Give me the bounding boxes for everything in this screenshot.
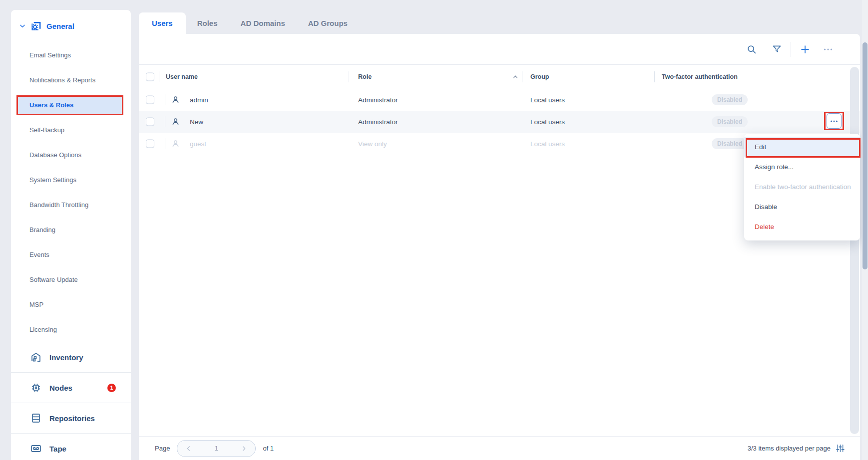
page-scrollbar-thumb[interactable]	[863, 42, 868, 269]
tape-icon	[30, 443, 42, 455]
menu-item-enable-two-factor: Enable two-factor authentication	[744, 177, 860, 197]
next-page-button[interactable]	[239, 444, 249, 454]
search-icon	[746, 44, 757, 55]
sidebar: General Email Settings Notifications & R…	[11, 10, 131, 460]
users-panel: User name Role Group Two-factor authenti…	[139, 34, 860, 460]
sidebar-item-msp[interactable]: MSP	[11, 292, 131, 317]
table-toolbar	[139, 34, 860, 65]
table-row-new[interactable]: New Administrator Local users Disabled	[139, 111, 860, 133]
general-settings-icon	[30, 20, 42, 32]
page-selector: 1	[177, 440, 256, 457]
nodes-icon	[30, 382, 42, 394]
sidebar-menu: Email Settings Notifications & Reports U…	[11, 42, 131, 342]
sidebar-section-inventory[interactable]: Inventory	[11, 342, 131, 372]
two-factor-status-badge: Disabled	[712, 94, 748, 105]
table-header: User name Role Group Two-factor authenti…	[139, 65, 860, 89]
sidebar-group-general[interactable]: General	[11, 15, 131, 37]
user-icon	[171, 117, 180, 127]
row-checkbox[interactable]	[146, 118, 154, 126]
tab-ad-domains[interactable]: AD Domains	[229, 12, 297, 34]
sidebar-section-tape[interactable]: Tape	[11, 433, 131, 460]
page-total-label: of 1	[263, 445, 274, 452]
sort-ascending-icon[interactable]	[511, 73, 519, 81]
table-scrollbar-track[interactable]	[850, 67, 859, 434]
toolbar-divider	[791, 42, 791, 57]
cell-role: Administrator	[358, 96, 398, 104]
page-label: Page	[155, 445, 170, 452]
tab-roles[interactable]: Roles	[186, 12, 229, 34]
cell-user-name: guest	[190, 140, 206, 148]
two-factor-status-badge: Disabled	[712, 116, 748, 127]
add-user-button[interactable]	[796, 40, 814, 58]
sidebar-item-licensing[interactable]: Licensing	[11, 317, 131, 342]
row-context-menu: Edit Assign role... Enable two-factor au…	[744, 134, 860, 240]
cell-group: Local users	[530, 140, 565, 148]
row-actions-button[interactable]	[827, 113, 842, 129]
sidebar-section-repositories[interactable]: Repositories	[11, 403, 131, 433]
sidebar-item-events[interactable]: Events	[11, 242, 131, 267]
tab-ad-groups[interactable]: AD Groups	[297, 12, 359, 34]
menu-item-delete[interactable]: Delete	[744, 217, 860, 236]
two-factor-status-badge: Disabled	[712, 138, 748, 149]
repositories-icon	[30, 412, 42, 424]
sidebar-item-self-backup[interactable]: Self-Backup	[11, 117, 131, 142]
user-icon	[171, 95, 180, 105]
user-icon	[171, 139, 180, 149]
column-header-role[interactable]: Role	[358, 73, 372, 80]
filter-icon	[772, 44, 782, 54]
app-viewport: General Email Settings Notifications & R…	[0, 0, 868, 460]
menu-item-disable[interactable]: Disable	[744, 197, 860, 217]
sidebar-item-branding[interactable]: Branding	[11, 217, 131, 242]
cell-group: Local users	[530, 96, 565, 104]
nodes-count-badge: 1	[107, 384, 116, 392]
sidebar-section-nodes[interactable]: Nodes 1	[11, 372, 131, 403]
row-checkbox[interactable]	[146, 140, 154, 148]
cell-user-name: New	[190, 118, 203, 126]
previous-page-button[interactable]	[184, 444, 194, 454]
sidebar-item-system-settings[interactable]: System Settings	[11, 167, 131, 192]
table-footer: Page 1 of 1 3/3 items displayed per page	[139, 436, 860, 460]
chevron-down-icon	[19, 22, 26, 29]
column-header-user-name[interactable]: User name	[166, 73, 198, 80]
toolbar-more-button[interactable]	[819, 40, 837, 58]
items-summary: 3/3 items displayed per page	[748, 445, 831, 452]
cell-user-name: admin	[190, 96, 208, 104]
page-size-icon[interactable]	[836, 444, 845, 453]
menu-item-edit[interactable]: Edit	[744, 137, 860, 157]
select-all-checkbox[interactable]	[146, 73, 154, 81]
sidebar-item-email-settings[interactable]: Email Settings	[11, 42, 131, 67]
menu-item-assign-role[interactable]: Assign role...	[744, 157, 860, 177]
tab-bar: Users Roles AD Domains AD Groups	[139, 12, 359, 34]
column-header-group[interactable]: Group	[530, 73, 549, 80]
chevron-right-icon	[240, 445, 248, 453]
search-button[interactable]	[743, 40, 761, 58]
chevron-left-icon	[185, 445, 193, 453]
current-page-value[interactable]: 1	[215, 445, 218, 452]
more-icon	[823, 44, 834, 55]
ellipsis-icon	[829, 116, 839, 126]
cell-group: Local users	[530, 118, 565, 126]
row-checkbox[interactable]	[146, 96, 154, 104]
add-icon	[800, 44, 811, 55]
page-scrollbar-track[interactable]	[862, 0, 868, 460]
sidebar-item-bandwidth-throttling[interactable]: Bandwidth Throttling	[11, 192, 131, 217]
sidebar-item-software-update[interactable]: Software Update	[11, 267, 131, 292]
column-header-two-factor[interactable]: Two-factor authentication	[662, 73, 738, 80]
sidebar-group-label: General	[46, 22, 74, 30]
cell-role: View only	[358, 140, 387, 148]
filter-button[interactable]	[768, 40, 786, 58]
sidebar-item-users-roles[interactable]: Users & Roles	[11, 92, 131, 117]
tab-users[interactable]: Users	[139, 12, 186, 34]
cell-role: Administrator	[358, 118, 398, 126]
table-row-admin[interactable]: admin Administrator Local users Disabled	[139, 89, 860, 111]
sidebar-item-database-options[interactable]: Database Options	[11, 142, 131, 167]
inventory-icon	[30, 351, 42, 363]
sidebar-item-notifications-reports[interactable]: Notifications & Reports	[11, 67, 131, 92]
